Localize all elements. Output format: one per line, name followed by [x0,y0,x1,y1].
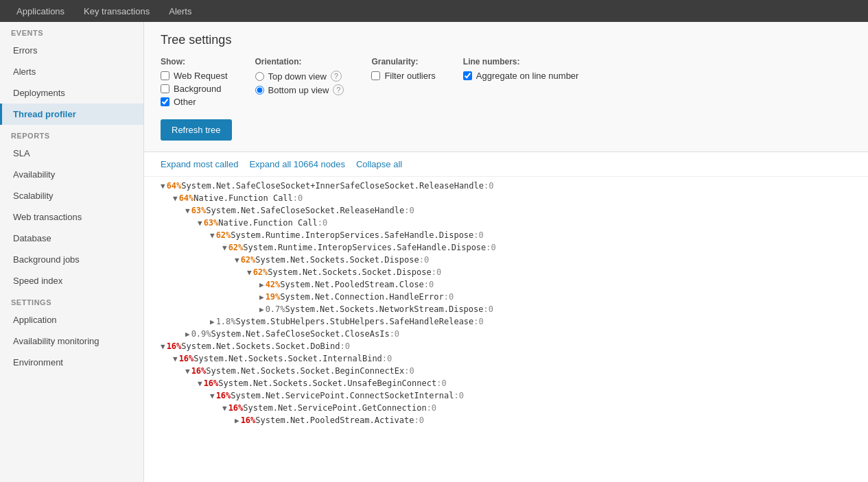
tree-toggle-icon[interactable]: ▼ [247,268,252,277]
tree-node-text: System.Net.Sockets.NetworkStream.Dispose [285,304,484,314]
tree-node-pct: 16% [204,378,219,388]
tree-node-num: :0 [390,329,399,339]
tree-toggle-icon[interactable]: ▶ [259,305,264,314]
tree-toggle-icon[interactable]: ▼ [185,206,190,215]
tree-toggle-icon[interactable]: ▼ [235,256,239,265]
tree-row: ▶ 42% System.Net.PooledStream.Close:0 [144,278,868,291]
tree-node-num: :0 [340,341,350,351]
sidebar-item-availability[interactable]: Availability [0,164,143,185]
sidebar-item-speed-index[interactable]: Speed index [0,270,143,291]
show-web-request-checkbox[interactable] [161,71,169,80]
tree-content: ▼ 64% System.Net.SafeCloseSocket+InnerSa… [144,177,868,429]
sidebar-item-sla[interactable]: SLA [0,143,143,164]
collapse-all-link[interactable]: Collapse all [356,159,402,169]
tree-row: ▼ 63% System.Net.SafeCloseSocket.Release… [144,204,868,217]
sidebar-item-web-transactions[interactable]: Web transactions [0,206,143,228]
tree-row: ▶ 19% System.Net.Connection.HandleError:… [144,291,868,303]
tree-toggle-icon[interactable]: ▼ [210,231,215,240]
tree-node-pct: 64% [167,181,182,191]
orientation-bottom-up-row: Bottom up view ? [255,84,344,95]
tree-node-text: System.Net.Sockets.Socket.Dispose [268,267,431,277]
sidebar-item-availability-monitoring[interactable]: Availability monitoring [0,330,143,352]
tree-toggle-icon[interactable]: ▶ [235,416,239,425]
tree-toggle-icon[interactable]: ▶ [185,330,190,339]
orientation-bottom-up-radio[interactable] [255,86,264,95]
tree-node-pct: 63% [204,218,219,228]
tree-node-pct: 0.9% [191,329,211,339]
tree-node-text: System.Net.Sockets.Socket.Dispose [255,255,419,265]
tree-toggle-icon[interactable]: ▶ [259,293,264,302]
tree-node-num: :0 [404,206,414,215]
tree-node-pct: 64% [179,193,194,203]
tree-node-pct: 16% [216,391,231,400]
tree-node-text: System.Net.SafeCloseSocket.ReleaseHandle [206,206,404,215]
tree-node-text: System.Net.ServicePoint.ConnectSocketInt… [231,391,454,400]
aggregate-line-number-checkbox[interactable] [463,71,472,80]
show-other-row: Other [161,97,228,107]
tree-row: ▼ 62% System.Runtime.InteropServices.Saf… [144,229,868,241]
tree-toggle-icon[interactable]: ▼ [161,342,165,351]
tree-row: ▼ 62% System.Runtime.InteropServices.Saf… [144,241,868,254]
tree-toggle-icon[interactable]: ▼ [185,367,190,376]
tree-node-num: :0 [473,317,483,326]
nav-applications[interactable]: Applications [7,0,74,22]
tree-toggle-icon[interactable]: ▼ [222,404,227,413]
bottom-up-help-icon[interactable]: ? [333,84,344,95]
show-other-checkbox[interactable] [161,97,169,106]
tree-toggle-icon[interactable]: ▼ [173,354,178,363]
tree-node-pct: 16% [179,354,194,363]
granularity-group: Granularity: Filter outliers [371,57,435,84]
sidebar-item-application[interactable]: Application [0,309,143,330]
top-down-help-icon[interactable]: ? [331,71,342,82]
tree-settings-title: Tree settings [161,33,852,47]
tree-node-num: :0 [419,255,429,265]
filter-outliers-checkbox[interactable] [371,71,380,80]
show-background-label: Background [174,84,221,94]
tree-toggle-icon[interactable]: ▼ [173,194,178,203]
tree-toggle-icon[interactable]: ▼ [161,182,165,191]
tree-node-text: System.Runtime.InteropServices.SafeHandl… [243,243,486,252]
orientation-group: Orientation: Top down view ? Bottom up v… [255,57,344,98]
nav-alerts[interactable]: Alerts [159,0,201,22]
tree-toggle-icon[interactable]: ▼ [198,219,202,228]
line-numbers-group: Line numbers: Aggregate on line number [463,57,579,84]
sidebar-item-deployments[interactable]: Deployments [0,82,143,104]
show-web-request-label: Web Request [174,71,228,81]
sidebar-item-environment[interactable]: Environment [0,352,143,373]
orientation-top-down-row: Top down view ? [255,71,344,82]
tree-node-pct: 63% [191,206,207,215]
tree-toggle-icon[interactable]: ▼ [222,243,227,252]
orientation-top-down-radio[interactable] [255,72,264,81]
sidebar-item-scalability[interactable]: Scalability [0,185,143,206]
sidebar-item-errors[interactable]: Errors [0,40,143,61]
tree-row: ▼ 16% System.Net.Sockets.Socket.BeginCon… [144,365,868,377]
tree-node-text: System.Net.Sockets.Socket.UnsafeBeginCon… [218,378,436,388]
tree-node-text: Native.Function Call [193,193,293,203]
expand-most-called-link[interactable]: Expand most called [161,159,238,169]
tree-row: ▼ 16% System.Net.ServicePoint.ConnectSoc… [144,389,868,402]
tree-toggle-icon[interactable]: ▶ [210,317,215,326]
sidebar-item-thread-profiler[interactable]: Thread profiler [0,104,143,125]
tree-node-pct: 62% [253,267,268,277]
tree-node-num: :0 [427,403,436,413]
tree-node-pct: 1.8% [216,317,236,326]
orientation-bottom-up-label: Bottom up view [268,85,329,95]
tree-row: ▼ 62% System.Net.Sockets.Socket.Dispose:… [144,266,868,278]
sidebar-item-database[interactable]: Database [0,228,143,249]
tree-row: ▶ 0.9% System.Net.SafeCloseSocket.CloseA… [144,328,868,340]
tree-toggle-icon[interactable]: ▶ [259,280,264,289]
show-background-checkbox[interactable] [161,84,169,93]
refresh-tree-button[interactable]: Refresh tree [161,119,232,141]
tree-node-pct: 0.7% [266,304,285,314]
sidebar-item-background-jobs[interactable]: Background jobs [0,249,143,270]
tree-node-num: :0 [432,267,441,277]
tree-node-pct: 62% [216,230,231,240]
sidebar-item-alerts[interactable]: Alerts [0,61,143,82]
aggregate-line-number-label: Aggregate on line number [476,71,579,81]
expand-all-link[interactable]: Expand all 10664 nodes [249,159,345,169]
tree-toggle-icon[interactable]: ▼ [198,379,202,388]
tree-node-pct: 62% [241,255,256,265]
tree-toggle-icon[interactable]: ▼ [210,391,215,400]
tree-node-num: :0 [454,391,463,400]
nav-key-transactions[interactable]: Key transactions [74,0,159,22]
